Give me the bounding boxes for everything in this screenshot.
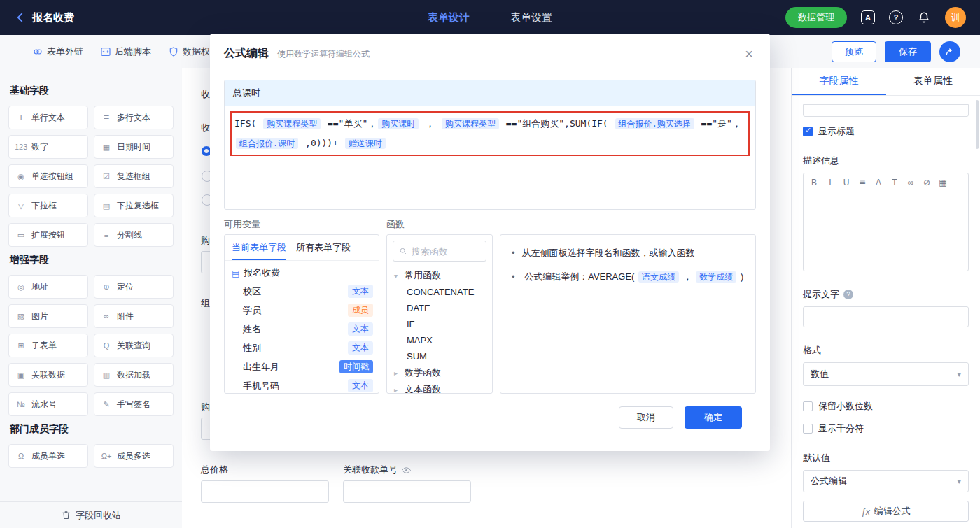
properties-tab[interactable]: 字段属性 (792, 68, 886, 95)
header-tabs: 表单设计表单设置 (428, 11, 552, 24)
linked-receipt-input[interactable] (343, 480, 471, 503)
insert-image-icon[interactable]: ▦ (938, 178, 948, 187)
total-price-input[interactable] (201, 480, 329, 503)
data-manage-button[interactable]: 数据管理 (785, 7, 847, 28)
field-type-item[interactable]: ⊞ 子表单 (8, 334, 88, 357)
location-icon: ⊕ (100, 283, 113, 292)
formula-editor[interactable]: 总课时 = IFS( 购买课程类型 =="单买"，购买课时 ， 购买课程类型 =… (224, 80, 756, 210)
italic-icon[interactable]: I (825, 178, 835, 187)
field-properties-panel: 字段属性表单属性 显示标题 描述信息 BIU≣AT∞⊘▦ 提示文字 ? 格式 (791, 68, 980, 528)
variable-field-row[interactable]: 学员 成员 (225, 301, 379, 320)
field-type-item[interactable]: ✎ 手写签名 (94, 392, 174, 416)
bell-icon[interactable] (917, 10, 931, 24)
field-type-label: 子表单 (31, 340, 57, 352)
field-type-item[interactable]: ▣ 关联数据 (8, 363, 88, 387)
field-type-item[interactable]: Ω 成员单选 (8, 444, 88, 468)
formula-content[interactable]: IFS( 购买课程类型 =="单买"，购买课时 ， 购买课程类型 =="组合购买… (225, 106, 755, 209)
field-type-item[interactable]: ◎ 地址 (8, 275, 88, 299)
function-group-closed[interactable]: 数学函数 (387, 364, 492, 381)
field-type-item[interactable]: ∞ 附件 (94, 304, 174, 328)
checkbox-icon[interactable] (803, 424, 813, 434)
backend-script-link[interactable]: 后端脚本 (100, 45, 151, 58)
bold-icon[interactable]: B (809, 178, 819, 187)
variable-field-row[interactable]: 出生年月 时间戳 (225, 357, 379, 376)
language-icon[interactable] (861, 10, 875, 24)
function-item[interactable]: DATE (387, 300, 492, 316)
function-search-input[interactable] (412, 246, 480, 257)
variables-tab[interactable]: 当前表单字段 (232, 235, 286, 260)
function-item[interactable]: SUM (387, 348, 492, 364)
field-type-item[interactable]: ◉ 单选按钮组 (8, 164, 88, 188)
hint-help-icon[interactable]: ? (844, 290, 853, 299)
preview-button[interactable]: 预览 (832, 41, 876, 62)
function-item[interactable]: CONCATENATE (387, 284, 492, 300)
default-value-select[interactable]: 公式编辑 ▾ (803, 470, 969, 492)
field-type-item[interactable]: 123 数字 (8, 135, 88, 159)
function-search[interactable] (393, 241, 486, 262)
field-type-item[interactable]: Ω+ 成员多选 (94, 444, 174, 468)
cancel-button[interactable]: 取消 (619, 406, 673, 429)
share-button[interactable] (939, 41, 960, 62)
align-icon[interactable]: ≣ (858, 178, 867, 187)
variables-tab[interactable]: 所有表单字段 (296, 235, 351, 260)
hint-input[interactable] (803, 306, 969, 327)
confirm-button[interactable]: 确定 (685, 406, 742, 429)
field-type-item[interactable]: № 流水号 (8, 392, 88, 416)
font-color-icon[interactable]: A (874, 178, 883, 187)
decimal-checkbox-row[interactable]: 保留小数位数 (803, 400, 969, 413)
field-type-item[interactable]: ▭ 扩展按钮 (8, 223, 88, 247)
help-circle-icon[interactable] (889, 10, 903, 24)
avatar[interactable]: 训 (945, 7, 966, 28)
underline-icon[interactable]: U (841, 178, 851, 187)
header-tab[interactable]: 表单设计 (428, 11, 470, 24)
eye-icon[interactable] (401, 465, 412, 476)
example-field-chip: 数学成绩 (696, 271, 736, 283)
function-group-closed[interactable]: 文本函数 (387, 381, 492, 394)
function-item[interactable]: MAPX (387, 332, 492, 348)
header-tab[interactable]: 表单设置 (510, 11, 552, 24)
font-size-icon[interactable]: T (890, 178, 899, 187)
function-item[interactable]: IF (387, 316, 492, 332)
show-title-checkbox-row[interactable]: 显示标题 (803, 125, 969, 138)
thousand-checkbox-row[interactable]: 显示千分符 (803, 422, 969, 435)
variable-field-row[interactable]: 性别 文本 (225, 338, 379, 357)
edit-formula-button[interactable]: 编辑公式 (803, 501, 969, 522)
formula-segment: 组合报价.课时 (236, 138, 298, 149)
form-node[interactable]: 报名收费 (225, 261, 379, 282)
field-type-item[interactable]: T 单行文本 (8, 106, 88, 129)
back-button[interactable] (14, 10, 28, 24)
description-textarea[interactable] (804, 192, 968, 271)
variable-field-row[interactable]: 姓名 文本 (225, 320, 379, 338)
checkbox-icon[interactable] (803, 401, 813, 411)
link-icon (32, 46, 43, 57)
title-input-partial[interactable] (803, 104, 969, 117)
field-type-label: 数据加载 (117, 369, 150, 381)
field-type-item[interactable]: ▽ 下拉框 (8, 194, 88, 217)
save-button[interactable]: 保存 (885, 41, 931, 62)
field-type-item[interactable]: ≣ 多行文本 (94, 106, 174, 129)
description-editor[interactable]: BIU≣AT∞⊘▦ (803, 173, 969, 271)
format-select[interactable]: 数值 ▾ (803, 362, 969, 386)
variable-field-row[interactable]: 校区 文本 (225, 282, 379, 301)
field-type-item[interactable]: ☑ 复选框组 (94, 164, 174, 188)
field-type-item[interactable]: ▥ 数据加载 (94, 363, 174, 387)
field-type-item[interactable]: ▦ 日期时间 (94, 135, 174, 159)
variable-field-row[interactable]: 手机号码 文本 (225, 376, 379, 394)
properties-tab[interactable]: 表单属性 (886, 68, 980, 95)
scrollbar-thumb[interactable] (976, 100, 979, 149)
form-external-link[interactable]: 表单外链 (32, 45, 83, 58)
field-type-item[interactable]: ▤ 下拉复选框 (94, 194, 174, 217)
field-type-label: 附件 (117, 311, 134, 322)
unlink-icon[interactable]: ⊘ (922, 178, 932, 187)
function-group-open[interactable]: 常用函数 (387, 267, 492, 284)
field-type-item[interactable]: ≡ 分割线 (94, 223, 174, 247)
field-type-item[interactable]: Q 关联查询 (94, 334, 174, 357)
link-icon[interactable]: ∞ (906, 178, 916, 187)
field-type-item[interactable]: ⊕ 定位 (94, 275, 174, 299)
checkbox-checked-icon[interactable] (803, 127, 813, 136)
close-icon[interactable]: × (745, 47, 753, 61)
field-recycle-bin[interactable]: 字段回收站 (0, 501, 182, 528)
multi-dropdown-icon: ▤ (100, 201, 113, 211)
variables-label: 可用变量 (224, 218, 379, 230)
field-type-item[interactable]: ▨ 图片 (8, 304, 88, 328)
